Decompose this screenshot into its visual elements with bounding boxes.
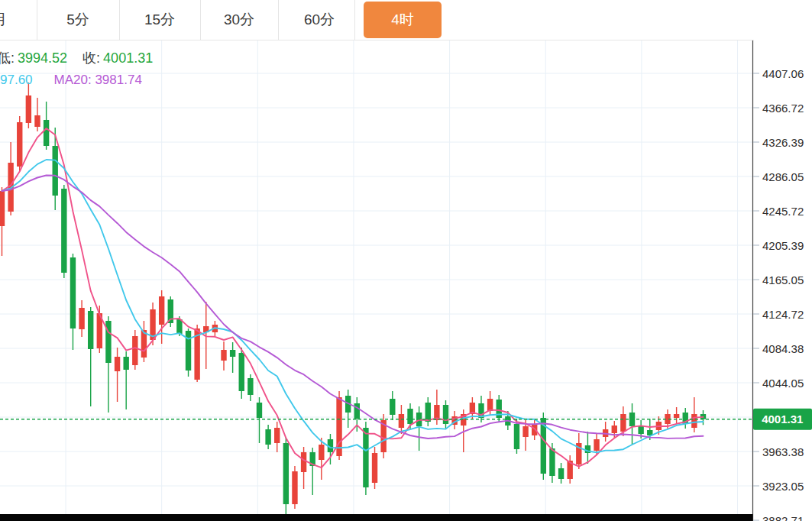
candle <box>363 428 368 487</box>
candle <box>558 468 564 479</box>
candle <box>0 191 5 226</box>
timeframe-tab-30分[interactable]: 30分 <box>224 0 254 40</box>
candle <box>34 115 40 127</box>
candle <box>17 122 22 167</box>
current-price-badge-label: 4001.31 <box>762 413 803 426</box>
candle <box>691 414 697 428</box>
axis-tick-label: 4366.72 <box>762 102 804 115</box>
low-value: 3994.52 <box>18 50 67 66</box>
axis-tick-label: 4044.05 <box>762 377 804 390</box>
axis-tick-label: 4084.38 <box>762 342 804 355</box>
timeframe-tab-4时[interactable]: 4时 <box>364 2 442 38</box>
candle <box>522 426 528 437</box>
candle <box>674 414 679 418</box>
ma10-line <box>2 160 704 452</box>
candle <box>292 471 297 504</box>
axis-tick-label: 4245.72 <box>762 205 804 218</box>
candle <box>221 350 226 361</box>
axis-tick-label: 4165.05 <box>762 273 804 286</box>
tab-divider <box>278 0 279 40</box>
axis-tick-label: 4124.72 <box>762 308 804 321</box>
timeframe-tab-5分[interactable]: 5分 <box>66 0 89 40</box>
candle <box>514 424 519 449</box>
candle <box>319 445 324 460</box>
candle <box>53 146 58 196</box>
candle <box>257 403 262 418</box>
tab-divider <box>354 0 355 40</box>
axis-tick-label: 3963.38 <box>762 445 804 458</box>
timeframe-tab-月[interactable]: 月 <box>0 0 7 40</box>
candle <box>239 353 244 391</box>
axis-tick-label: 4205.39 <box>762 239 804 252</box>
candle <box>115 357 120 371</box>
close-label: 收: <box>82 50 100 66</box>
candle <box>274 428 280 443</box>
candle <box>301 452 306 472</box>
candle <box>247 378 253 395</box>
candle <box>594 439 599 451</box>
candle <box>70 257 76 328</box>
candle <box>61 189 66 273</box>
candle <box>443 405 448 424</box>
candle <box>407 409 412 424</box>
time-axis-strip <box>0 514 753 521</box>
timeframe-tabbar: 月5分15分30分60分4时 <box>0 0 753 40</box>
candle <box>230 350 235 357</box>
candle <box>159 296 164 325</box>
axis-tick-label: 4286.05 <box>762 170 804 183</box>
axis-tick-label: 3882.71 <box>762 514 804 521</box>
ma20-value: MA20: 3981.74 <box>54 73 142 87</box>
candle <box>186 331 191 371</box>
axis-tick-label: 4326.39 <box>762 136 804 149</box>
ma-legend: 97.60MA20: 3981.74 <box>0 73 142 88</box>
tab-divider <box>200 0 201 40</box>
candle <box>283 443 289 504</box>
candle <box>176 319 182 334</box>
candle <box>612 426 617 433</box>
candle <box>44 120 49 146</box>
candle <box>372 453 377 483</box>
candle <box>620 414 626 432</box>
timeframe-tab-15分[interactable]: 15分 <box>144 0 175 40</box>
candle <box>390 399 395 415</box>
candle <box>487 399 493 411</box>
candle <box>354 403 360 419</box>
close-value: 4001.31 <box>103 50 153 66</box>
candle <box>26 95 31 123</box>
low-label: 低: <box>0 50 15 66</box>
candle <box>88 311 93 349</box>
ma10-value: 97.60 <box>0 73 33 87</box>
axis-tick-label: 3923.05 <box>762 480 804 493</box>
axis-tick-label: 4407.06 <box>762 67 804 80</box>
kline-chart-window: 4407.064366.724326.394286.054245.724205.… <box>0 0 812 521</box>
candle <box>399 414 404 428</box>
timeframe-tab-60分[interactable]: 60分 <box>304 0 335 40</box>
candle <box>123 357 128 370</box>
candle <box>79 308 84 329</box>
ma20-line <box>2 176 704 439</box>
candle <box>549 448 555 476</box>
ohlc-legend: 低:3994.52收:4001.31 <box>0 49 153 67</box>
candle <box>265 429 270 445</box>
tab-divider <box>119 0 120 40</box>
candle <box>132 336 137 365</box>
tab-divider <box>37 0 37 40</box>
